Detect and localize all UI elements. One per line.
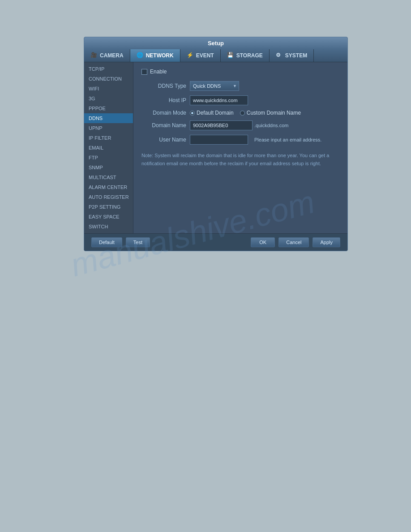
camera-icon: 🎥 bbox=[90, 52, 98, 59]
tab-system[interactable]: ⚙ SYSTEM bbox=[270, 49, 314, 62]
main-panel: Enable DDNS Type Quick DDNS Dyndns DDNS … bbox=[133, 62, 347, 233]
sidebar-item-tcp-ip[interactable]: TCP/IP bbox=[84, 64, 133, 74]
sidebar-item-alarm-center[interactable]: ALARM CENTER bbox=[84, 182, 133, 192]
tab-event[interactable]: ⚡ EVENT bbox=[180, 49, 221, 62]
setup-dialog: Setup 🎥 CAMERA 🌐 NETWORK ⚡ EVENT 💾 STORA… bbox=[84, 37, 348, 251]
sidebar-item-snmp[interactable]: SNMP bbox=[84, 163, 133, 172]
domain-name-label: Domain Name bbox=[141, 122, 186, 129]
host-ip-row: Host IP bbox=[141, 95, 339, 105]
enable-row: Enable bbox=[141, 69, 339, 75]
ddns-type-select-wrap: Quick DDNS Dyndns DDNS NO-IP DDNS ▼ bbox=[190, 81, 239, 91]
sidebar-item-multicast[interactable]: MULTICAST bbox=[84, 172, 133, 182]
sidebar-item-switch[interactable]: SWITCH bbox=[84, 222, 133, 232]
radio-custom-domain[interactable]: Custom Domain Name bbox=[240, 110, 301, 116]
storage-icon: 💾 bbox=[227, 52, 234, 59]
tab-bar: 🎥 CAMERA 🌐 NETWORK ⚡ EVENT 💾 STORAGE ⚙ S… bbox=[84, 49, 347, 62]
domain-name-input-group: .quickddns.com bbox=[190, 120, 288, 130]
test-button[interactable]: Test bbox=[126, 237, 150, 247]
radio-custom-label: Custom Domain Name bbox=[247, 110, 301, 116]
default-button[interactable]: Default bbox=[91, 237, 122, 247]
tab-camera[interactable]: 🎥 CAMERA bbox=[84, 49, 130, 62]
apply-button[interactable]: Apply bbox=[313, 237, 340, 247]
user-name-input[interactable] bbox=[190, 135, 248, 145]
domain-mode-label: Domain Mode bbox=[141, 110, 186, 116]
sidebar-item-ftp[interactable]: FTP bbox=[84, 153, 133, 163]
network-icon: 🌐 bbox=[137, 52, 144, 59]
ddns-type-select[interactable]: Quick DDNS Dyndns DDNS NO-IP DDNS bbox=[190, 81, 239, 91]
sidebar-item-pppoe[interactable]: PPPOE bbox=[84, 103, 133, 113]
note-text: Note: System will reclaim the domain tha… bbox=[141, 152, 339, 167]
system-icon: ⚙ bbox=[276, 52, 283, 59]
user-name-label: User Name bbox=[141, 137, 186, 143]
ok-button[interactable]: OK bbox=[251, 237, 275, 247]
cancel-button[interactable]: Cancel bbox=[278, 237, 309, 247]
sidebar-item-wifi[interactable]: WIFI bbox=[84, 84, 133, 94]
sidebar-item-auto-register[interactable]: AUTO REGISTER bbox=[84, 192, 133, 202]
sidebar-item-easy-space[interactable]: EASY SPACE bbox=[84, 212, 133, 222]
radio-custom-icon bbox=[240, 111, 245, 116]
host-ip-label: Host IP bbox=[141, 97, 186, 103]
tab-network[interactable]: 🌐 NETWORK bbox=[130, 49, 180, 62]
sidebar-item-email[interactable]: EMAIL bbox=[84, 143, 133, 153]
sidebar-item-p2p-setting[interactable]: P2P SETTING bbox=[84, 202, 133, 212]
sidebar-item-upnp[interactable]: UPNP bbox=[84, 123, 133, 133]
sidebar-item-connection[interactable]: CONNECTION bbox=[84, 74, 133, 84]
tab-storage[interactable]: 💾 STORAGE bbox=[221, 49, 270, 62]
enable-checkbox[interactable] bbox=[141, 69, 147, 75]
domain-name-row: Domain Name .quickddns.com bbox=[141, 120, 339, 130]
event-icon: ⚡ bbox=[187, 52, 194, 59]
button-group-right: OK Cancel Apply bbox=[251, 237, 340, 247]
button-row: Default Test OK Cancel Apply bbox=[84, 233, 347, 251]
radio-default-domain[interactable]: Default Domain bbox=[190, 110, 234, 116]
host-ip-input[interactable] bbox=[190, 95, 248, 105]
sidebar-item-ddns[interactable]: DDNS bbox=[84, 113, 133, 123]
user-name-row: User Name Please input an email address. bbox=[141, 135, 339, 145]
radio-default-label: Default Domain bbox=[197, 110, 234, 116]
user-name-hint: Please input an email address. bbox=[254, 137, 321, 142]
sidebar-item-ip-filter[interactable]: IP FILTER bbox=[84, 133, 133, 143]
dialog-title: Setup bbox=[84, 37, 347, 49]
sidebar-item-3g[interactable]: 3G bbox=[84, 94, 133, 103]
domain-name-input[interactable] bbox=[190, 120, 253, 130]
ddns-type-row: DDNS Type Quick DDNS Dyndns DDNS NO-IP D… bbox=[141, 81, 339, 91]
content-area: TCP/IP CONNECTION WIFI 3G PPPOE DDNS UPN… bbox=[84, 62, 347, 233]
radio-default-icon bbox=[190, 111, 195, 116]
domain-suffix-label: .quickddns.com bbox=[254, 123, 288, 128]
domain-mode-row: Domain Mode Default Domain Custom Domain… bbox=[141, 110, 339, 116]
sidebar: TCP/IP CONNECTION WIFI 3G PPPOE DDNS UPN… bbox=[84, 62, 133, 233]
domain-mode-radio-group: Default Domain Custom Domain Name bbox=[190, 110, 301, 116]
button-group-left: Default Test bbox=[91, 237, 150, 247]
ddns-type-label: DDNS Type bbox=[141, 83, 186, 89]
enable-label: Enable bbox=[150, 69, 167, 75]
